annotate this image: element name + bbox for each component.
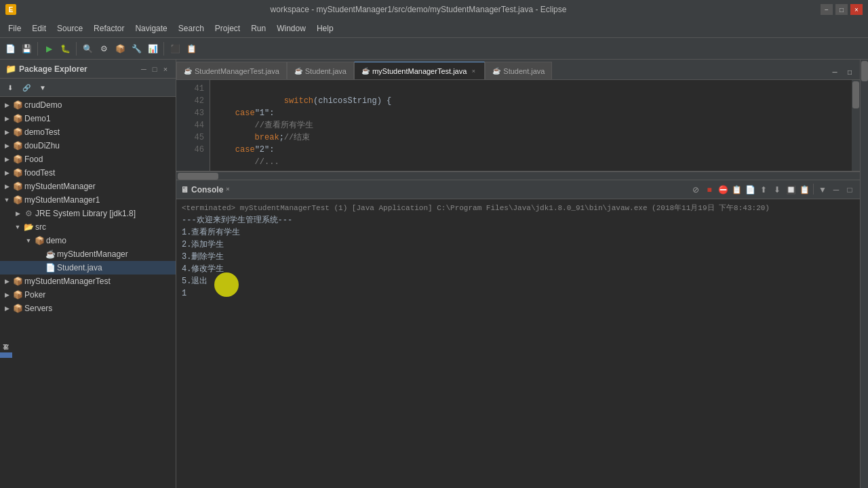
tab-label-StudentManagerTest: StudentManagerTest.java	[195, 67, 279, 75]
console-viewmenu-button[interactable]: ▼	[816, 184, 829, 196]
console-stop-button[interactable]: ■	[703, 184, 715, 196]
toolbar-separator-3	[163, 42, 164, 56]
toolbar-btn-3[interactable]: 🔧	[129, 41, 144, 56]
tree-item-myStudentManager[interactable]: ▶ 📦 myStudentManager	[0, 180, 176, 193]
tab-StudentManagerTest[interactable]: ☕ StudentManagerTest.java	[176, 62, 287, 79]
package-explorer-title: 📁 Package Explorer	[5, 64, 87, 74]
tab-close-myStudentManagerTest[interactable]: ×	[469, 67, 477, 75]
menu-file[interactable]: File	[3, 21, 26, 36]
console-icon: 🖥	[180, 185, 189, 195]
tab-label-Student2: Student.java	[503, 67, 545, 75]
console-clear-button[interactable]: ⊘	[690, 184, 702, 196]
console-btn-4[interactable]: 📋	[730, 184, 743, 196]
console-btn-8[interactable]: 🔲	[785, 184, 797, 196]
console-terminate-button[interactable]: ⛔	[717, 184, 729, 196]
line-num-41: 41	[182, 83, 204, 95]
console-header: 🖥 Console × ⊘ ■ ⛔ 📋 📄 ⬆ ⬇ 🔲 📋 ▼ ─	[176, 180, 860, 199]
editor-main: ☕ StudentManagerTest.java ☕ Student.java…	[176, 60, 860, 488]
project-icon-Food: 📦	[12, 154, 23, 165]
console-output-5: 5.退出	[182, 275, 854, 287]
console-body[interactable]: <terminated> myStudentManagerTest (1) [J…	[176, 199, 860, 488]
console-maximize-button[interactable]: □	[844, 184, 856, 196]
tree-item-Demo1[interactable]: ▶ 📦 Demo1	[0, 112, 176, 125]
tree-item-Student[interactable]: ▶ 📄 Student.java	[0, 261, 176, 274]
debug-button[interactable]: 🐛	[58, 41, 73, 56]
console-minimize-button[interactable]: ─	[830, 184, 842, 196]
toolbar-btn-6[interactable]: 📋	[184, 41, 199, 56]
code-content[interactable]: switch(chicosString) { case"1": //查看所有学生…	[210, 80, 852, 171]
tree-item-Poker[interactable]: ▶ 📦 Poker	[0, 288, 176, 302]
code-scrollbar-vertical[interactable]	[852, 80, 860, 171]
tree-item-myStudentManagerTest[interactable]: ▶ 📦 myStudentManagerTest	[0, 274, 176, 288]
folder-icon-src: 📂	[23, 222, 34, 232]
sidebar-minimize-button[interactable]: ─	[139, 64, 149, 74]
console-input-1: 1	[182, 287, 854, 300]
console-sep	[813, 184, 814, 195]
code-line-46: //...	[216, 157, 279, 167]
expand-arrow-Demo1: ▶	[3, 115, 11, 123]
toolbar-separator-2	[76, 42, 77, 56]
menu-project[interactable]: Project	[210, 21, 245, 36]
tree-label-Student: Student.java	[57, 263, 102, 272]
console-tab-close[interactable]: ×	[226, 186, 234, 194]
expand-arrow-myStudentManager1: ▼	[3, 196, 11, 204]
tab-label-Student: Student.java	[305, 67, 347, 75]
expand-arrow-douDiZhu: ▶	[3, 142, 11, 150]
tree-item-jre[interactable]: ▶ ⚙ JRE System Library [jdk1.8]	[0, 207, 176, 220]
right-scrollbar[interactable]	[860, 60, 868, 488]
toolbar-btn-2[interactable]: 📦	[113, 41, 127, 56]
view-menu-button[interactable]: ▼	[35, 80, 50, 95]
run-button[interactable]: ▶	[41, 41, 56, 56]
menu-run[interactable]: Run	[245, 21, 271, 36]
menu-help[interactable]: Help	[311, 21, 339, 36]
console-btn-6[interactable]: ⬆	[757, 184, 770, 196]
tab-icon-StudentManagerTest: ☕	[184, 67, 192, 75]
tree-item-Food[interactable]: ▶ 📦 Food	[0, 152, 176, 166]
menu-window[interactable]: Window	[271, 21, 311, 36]
tab-myStudentManagerTest[interactable]: ☕ myStudentManagerTest.java ×	[354, 62, 485, 79]
tree-label-demo: demo	[46, 236, 66, 245]
tree-item-foodTest[interactable]: ▶ 📦 foodTest	[0, 166, 176, 180]
toolbar-btn-1[interactable]: ⚙	[96, 41, 111, 56]
save-button[interactable]: 💾	[19, 41, 34, 56]
menu-navigate[interactable]: Navigate	[130, 21, 172, 36]
tree-item-myStudentManager1[interactable]: ▼ 📦 myStudentManager1	[0, 193, 176, 207]
menu-refactor[interactable]: Refactor	[88, 21, 130, 36]
maximize-button[interactable]: □	[835, 4, 848, 15]
tab-icon-myStudentManagerTest-active: ☕	[361, 67, 370, 75]
code-horizontal-scroll[interactable]	[176, 171, 860, 180]
close-button[interactable]: ×	[850, 4, 863, 15]
line-num-44: 44	[182, 119, 204, 131]
project-icon-myStudentManagerTest: 📦	[12, 276, 23, 287]
tree-item-myStudentManagerClass[interactable]: ▶ ☕ myStudentManager	[0, 247, 176, 261]
menu-edit[interactable]: Edit	[26, 21, 52, 36]
tab-Student2[interactable]: ☕ Student.java	[485, 62, 552, 79]
search-button[interactable]: 🔍	[80, 41, 95, 56]
tree-item-demoTest[interactable]: ▶ 📦 demoTest	[0, 125, 176, 139]
tree-item-crudDemo[interactable]: ▶ 📦 crudDemo	[0, 98, 176, 112]
tree-item-Servers[interactable]: ▶ 📦 Servers	[0, 302, 176, 315]
toolbar-btn-5[interactable]: ⬛	[167, 41, 182, 56]
console-btn-5[interactable]: 📄	[744, 184, 756, 196]
menu-search[interactable]: Search	[173, 21, 210, 36]
maximize-editor-button[interactable]: □	[842, 64, 857, 79]
menu-source[interactable]: Source	[52, 21, 88, 36]
tree-item-src[interactable]: ▼ 📂 src	[0, 220, 176, 234]
console-btn-9[interactable]: 📋	[798, 184, 810, 196]
console-btn-7[interactable]: ⬇	[771, 184, 783, 196]
tree-item-demo[interactable]: ▼ 📦 demo	[0, 234, 176, 247]
link-editor-button[interactable]: 🔗	[19, 80, 34, 95]
console-controls: ⊘ ■ ⛔ 📋 📄 ⬆ ⬇ 🔲 📋 ▼ ─ □	[690, 184, 856, 196]
line-num-46: 46	[182, 144, 204, 156]
expand-arrow-demo: ▼	[24, 237, 33, 245]
sidebar-close-button[interactable]: ×	[161, 64, 170, 74]
collapse-all-button[interactable]: ⬇	[3, 80, 18, 95]
new-button[interactable]: 📄	[3, 41, 18, 56]
tree-item-douDiZhu[interactable]: ▶ 📦 douDiZhu	[0, 139, 176, 152]
minimize-button[interactable]: −	[821, 4, 833, 15]
tab-Student[interactable]: ☕ Student.java	[287, 62, 354, 79]
toolbar-btn-4[interactable]: 📊	[145, 41, 160, 56]
code-line-41: switch(chicosString) {	[264, 96, 391, 106]
sidebar-maximize-button[interactable]: □	[150, 64, 159, 74]
minimize-editor-button[interactable]: ─	[827, 64, 842, 79]
